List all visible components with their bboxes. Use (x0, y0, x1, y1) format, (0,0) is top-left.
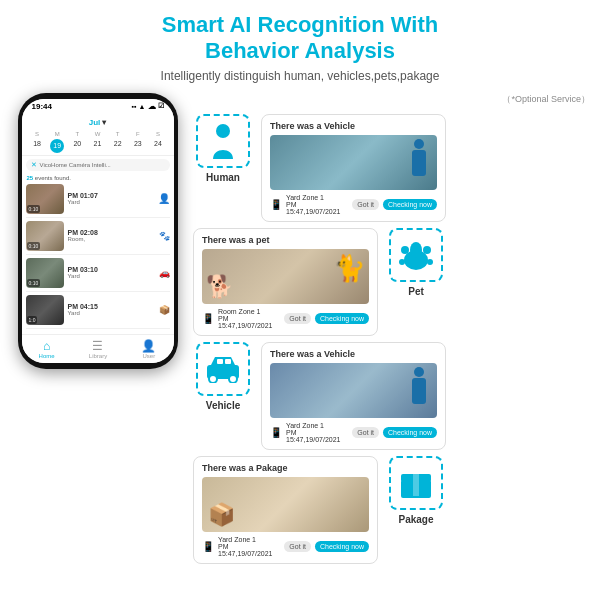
category-human: Human (193, 114, 253, 183)
main-content: 19:44 ▪▪ ▲ ☁ ☑ Jul ▾ S M (0, 87, 600, 568)
svg-point-8 (209, 375, 217, 383)
nav-home-label: Home (39, 353, 55, 359)
event-location: Room, (68, 236, 155, 242)
cal-day-label: S (28, 130, 47, 138)
checking-now-button[interactable]: Checking now (315, 541, 369, 552)
event-time: PM 02:08 (68, 229, 155, 236)
nav-library[interactable]: ☰ Library (89, 339, 107, 359)
vehicle-icon-box (196, 342, 250, 396)
svg-rect-14 (413, 472, 419, 496)
notif-pet-image: 🐈 🐕 (202, 249, 369, 304)
event-location: Yard (68, 199, 154, 205)
notif-footer: 📱 Yard Zone 1PM 15:47,19/07/2021 Got it … (270, 194, 437, 215)
notif-pakage-image: 📦 (202, 477, 369, 532)
person-body (412, 378, 426, 404)
notif-location: Yard Zone 1PM 15:47,19/07/2021 (286, 194, 348, 215)
got-it-button[interactable]: Got it (352, 427, 379, 438)
page-subtitle: Intelligently distinguish human, vehicle… (20, 69, 580, 83)
phone-screen: 19:44 ▪▪ ▲ ☁ ☑ Jul ▾ S M (22, 99, 174, 363)
cal-day-label: M (48, 130, 67, 138)
nav-user[interactable]: 👤 User (141, 339, 156, 359)
svg-point-2 (401, 246, 409, 254)
cal-day[interactable]: 21 (88, 139, 107, 153)
notif-vehicle-image (270, 135, 437, 190)
pet-figure: 🐈 (333, 253, 365, 284)
calendar-header: Jul ▾ (28, 118, 168, 127)
close-icon[interactable]: ✕ (31, 161, 37, 169)
page-title: Smart AI Recognition WithBehavior Analys… (20, 12, 580, 65)
list-item[interactable]: 1:0 PM 04:15 Yard 📦 (26, 295, 170, 329)
notif-buttons: Got it Checking now (284, 541, 369, 552)
package-figure: 📦 (208, 502, 235, 528)
package-icon: 📦 (159, 305, 170, 315)
vehicle-icon: 🚗 (159, 268, 170, 278)
person-body (412, 150, 426, 176)
event-thumbnail: 1:0 (26, 295, 64, 325)
event-thumbnail: 0:10 (26, 184, 64, 214)
human-svg-icon (208, 123, 238, 159)
pet-icon: 🐾 (159, 231, 170, 241)
cal-day[interactable]: 18 (28, 139, 47, 153)
category-pakage: Pakage (386, 456, 446, 525)
phone-mockup: 19:44 ▪▪ ▲ ☁ ☑ Jul ▾ S M (10, 93, 185, 564)
pakage-svg-icon (399, 466, 433, 500)
svg-point-9 (229, 375, 237, 383)
cal-day-label: T (108, 130, 127, 138)
pet-label: Pet (408, 286, 424, 297)
human-label: Human (206, 172, 240, 183)
cal-day[interactable]: 24 (148, 139, 167, 153)
checking-now-button[interactable]: Checking now (383, 199, 437, 210)
event-location: Yard (68, 273, 155, 279)
nav-library-label: Library (89, 353, 107, 359)
status-icons: ▪▪ ▲ ☁ ☑ (132, 102, 164, 111)
cal-day-selected[interactable]: 19 (50, 139, 64, 153)
cal-day[interactable]: 20 (68, 139, 87, 153)
person-figure (409, 367, 429, 415)
svg-point-3 (423, 246, 431, 254)
person-head (414, 139, 424, 149)
list-item[interactable]: 0:10 PM 02:08 Room, 🐾 (26, 221, 170, 255)
library-icon: ☰ (92, 339, 103, 353)
home-icon: ⌂ (43, 339, 50, 353)
cal-day[interactable]: 22 (108, 139, 127, 153)
event-time: PM 03:10 (68, 266, 155, 273)
got-it-button[interactable]: Got it (352, 199, 379, 210)
checking-now-button[interactable]: Checking now (315, 313, 369, 324)
phone-frame: 19:44 ▪▪ ▲ ☁ ☑ Jul ▾ S M (18, 93, 178, 369)
row-2: There was a pet 🐈 🐕 📱 Room Zone 1PM 15:4… (193, 228, 590, 336)
event-info: PM 01:07 Yard (68, 192, 154, 205)
svg-rect-11 (225, 359, 231, 364)
nav-user-label: User (143, 353, 156, 359)
checking-now-button[interactable]: Checking now (383, 427, 437, 438)
svg-rect-10 (217, 359, 223, 364)
cal-day-label: S (148, 130, 167, 138)
dog-figure: 🐕 (206, 274, 233, 300)
nav-home[interactable]: ⌂ Home (39, 339, 55, 359)
event-time: PM 04:15 (68, 303, 155, 310)
human-icon-box (196, 114, 250, 168)
status-time: 19:44 (32, 102, 52, 111)
list-item[interactable]: 0:10 PM 01:07 Yard 👤 (26, 184, 170, 218)
list-item[interactable]: 0:10 PM 03:10 Yard 🚗 (26, 258, 170, 292)
event-location: Yard (68, 310, 155, 316)
pakage-icon-box (389, 456, 443, 510)
row-3: Vehicle There was a Vehicle 📱 Yard Zone … (193, 342, 590, 450)
category-vehicle: Vehicle (193, 342, 253, 411)
notif-location: Yard Zone 1PM 15:47,19/07/2021 (286, 422, 348, 443)
user-icon: 👤 (141, 339, 156, 353)
cal-day[interactable]: 23 (128, 139, 147, 153)
event-list: 0:10 PM 01:07 Yard 👤 0:10 (22, 182, 174, 334)
event-duration: 1:0 (27, 316, 38, 324)
got-it-button[interactable]: Got it (284, 541, 311, 552)
notif-location: Yard Zone 1PM 15:47,19/07/2021 (218, 536, 280, 557)
calendar-month: Jul (89, 118, 101, 127)
vehicle-svg-icon (203, 355, 243, 383)
got-it-button[interactable]: Got it (284, 313, 311, 324)
search-text: VicoHome Caméra Intelli... (40, 162, 111, 168)
cal-day-label: T (68, 130, 87, 138)
phone-device-icon: 📱 (270, 199, 282, 210)
search-bar[interactable]: ✕ VicoHome Caméra Intelli... (26, 159, 170, 171)
events-count-number: 25 (27, 175, 34, 181)
person-head (414, 367, 424, 377)
event-info: PM 03:10 Yard (68, 266, 155, 279)
